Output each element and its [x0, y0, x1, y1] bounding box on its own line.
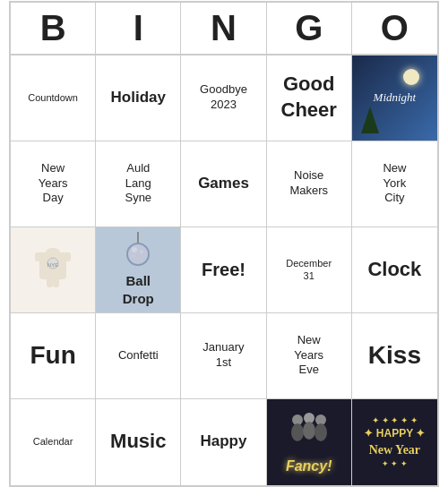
header-i: I: [96, 3, 181, 54]
cell-r5c4[interactable]: Fancy!: [267, 399, 352, 485]
cell-r2c5[interactable]: NewYorkCity: [352, 141, 437, 227]
cell-r2c3[interactable]: Games: [181, 141, 266, 227]
cell-r3c5[interactable]: Clock: [352, 227, 437, 313]
cell-r3c3[interactable]: Free!: [181, 227, 266, 313]
svg-point-14: [291, 423, 304, 441]
onesie-icon: NYE: [30, 245, 75, 295]
cell-r5c1[interactable]: Calendar: [11, 399, 96, 485]
cell-r3c1[interactable]: NYE: [11, 227, 96, 313]
cell-r4c1[interactable]: Fun: [11, 313, 96, 399]
cell-r4c5[interactable]: Kiss: [352, 313, 437, 399]
cell-r3c4[interactable]: December31: [267, 227, 352, 313]
tree-icon: [361, 107, 379, 133]
bingo-card: B I N G O Countdown Holiday Goodbye2023 …: [9, 1, 439, 487]
svg-point-16: [303, 422, 315, 440]
bingo-header: B I N G O: [11, 3, 437, 56]
cell-r4c4[interactable]: NewYearsEve: [267, 313, 352, 399]
cell-r3c2[interactable]: BallDrop: [96, 227, 181, 313]
cell-r1c5[interactable]: Midnight: [352, 56, 437, 141]
svg-point-12: [132, 254, 135, 258]
cell-r4c3[interactable]: January1st: [181, 313, 266, 399]
svg-rect-2: [35, 252, 46, 261]
header-g: G: [267, 3, 352, 54]
cell-r2c1[interactable]: NewYearsDay: [11, 141, 96, 227]
svg-rect-4: [47, 275, 53, 287]
svg-rect-3: [60, 252, 71, 261]
cell-r5c5[interactable]: ✦ ✦ ✦ ✦ ✦ ✦ HAPPY ✦ New Year ✦ ✦ ✦: [352, 399, 437, 485]
svg-text:NYE: NYE: [47, 262, 58, 268]
svg-point-11: [140, 250, 143, 253]
header-n: N: [181, 3, 266, 54]
cell-r4c2[interactable]: Confetti: [96, 313, 181, 399]
svg-point-9: [127, 244, 149, 265]
ball-drop-icon: [120, 232, 156, 272]
cell-r1c2[interactable]: Holiday: [96, 56, 181, 141]
moon-icon: [403, 69, 419, 85]
cell-r5c2[interactable]: Music: [96, 399, 181, 485]
header-b: B: [11, 3, 96, 54]
cell-r1c4[interactable]: GoodCheer: [267, 56, 352, 141]
cell-r2c4[interactable]: NoiseMakers: [267, 141, 352, 227]
svg-rect-5: [53, 275, 59, 287]
cell-r1c3[interactable]: Goodbye2023: [181, 56, 266, 141]
header-o: O: [352, 3, 437, 54]
svg-point-18: [314, 423, 327, 441]
cell-r5c3[interactable]: Happy: [181, 399, 266, 485]
cell-r2c2[interactable]: AuldLangSyne: [96, 141, 181, 227]
fancy-people-icon: [284, 409, 333, 458]
cell-r1c1[interactable]: Countdown: [11, 56, 96, 141]
bingo-grid: Countdown Holiday Goodbye2023 GoodCheer …: [11, 56, 437, 485]
svg-point-10: [132, 247, 137, 252]
